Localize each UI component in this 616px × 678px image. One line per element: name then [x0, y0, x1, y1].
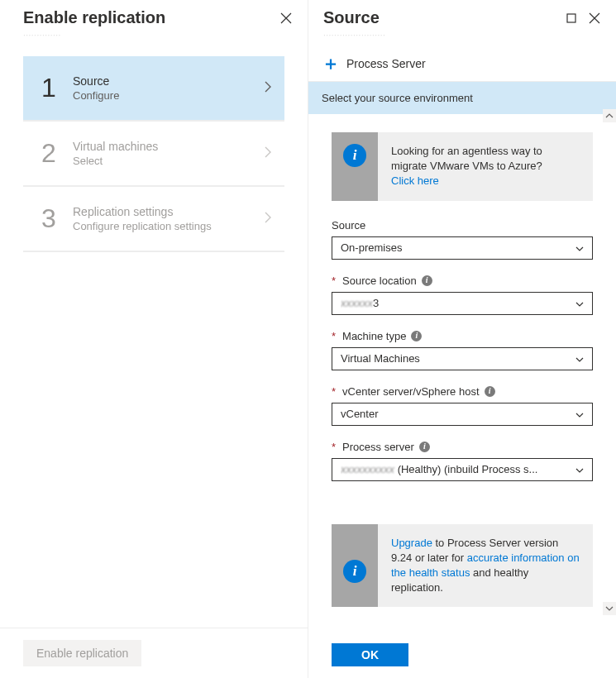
chevron-right-icon — [265, 81, 271, 95]
required-marker: * — [332, 385, 336, 398]
field-vcenter: *vCenter server/vSphere hosti vCenter — [332, 385, 593, 426]
step-replication-settings[interactable]: 3 Replication settings Configure replica… — [23, 187, 284, 252]
source-value: On-premises — [341, 241, 402, 254]
chevron-right-icon — [265, 212, 271, 226]
machine-type-select[interactable]: Virtual Machines — [332, 347, 593, 370]
vcenter-value: vCenter — [341, 408, 379, 420]
close-icon[interactable] — [279, 12, 293, 25]
info-text: Looking for an agentless way to migrate … — [391, 145, 542, 172]
required-marker: * — [332, 330, 336, 342]
left-panel-header: Enable replication — [0, 0, 308, 31]
required-marker: * — [332, 275, 336, 287]
enable-replication-panel: Enable replication ·············· 1 Sour… — [0, 0, 308, 678]
info-icon[interactable]: i — [422, 275, 432, 286]
source-select[interactable]: On-premises — [332, 236, 593, 260]
step-subtitle: Configure — [73, 89, 265, 102]
step-virtual-machines[interactable]: 2 Virtual machines Select — [23, 122, 284, 187]
step-source[interactable]: 1 Source Configure — [23, 56, 284, 122]
field-process-server: *Process serveri xxxxxxxxxx (Healthy) (i… — [332, 441, 593, 481]
left-footer: Enable replication — [0, 628, 308, 678]
wizard-steps: 1 Source Configure 2 Virtual machines Se… — [0, 48, 308, 252]
step-title: Source — [73, 74, 265, 88]
source-panel: Source ······················· ＋ Process… — [308, 0, 616, 678]
info-icon[interactable]: i — [411, 331, 422, 341]
step-number: 3 — [31, 203, 66, 234]
svg-rect-0 — [567, 14, 575, 22]
process-server-value-redacted: xxxxxxxxxx — [341, 463, 394, 475]
right-subheader-redacted: ······················· — [308, 31, 616, 48]
right-panel-title: Source — [323, 8, 380, 27]
source-form-area: i Looking for an agentless way to migrat… — [308, 114, 616, 631]
chevron-right-icon — [265, 146, 271, 160]
right-footer: OK — [308, 631, 616, 678]
vcenter-select[interactable]: vCenter — [332, 403, 593, 426]
field-source-location: *Source locationi xxxxxx········33 — [332, 275, 593, 315]
field-machine-type: *Machine typei Virtual Machines — [332, 330, 593, 370]
info-upgrade-process-server: i Upgrade to Process Server version 9.24… — [332, 524, 593, 608]
label-process-server: Process server — [342, 441, 414, 453]
info-icon[interactable]: i — [419, 442, 430, 452]
source-location-select[interactable]: xxxxxx········33 — [332, 292, 593, 315]
info-icon[interactable]: i — [485, 386, 495, 397]
machine-type-value: Virtual Machines — [341, 352, 420, 365]
maximize-icon[interactable] — [565, 12, 578, 25]
chevron-down-icon — [575, 243, 584, 253]
chevron-down-icon — [575, 409, 584, 419]
command-bar: ＋ Process Server — [308, 48, 616, 82]
step-title: Replication settings — [73, 205, 265, 218]
scroll-down-icon[interactable] — [603, 602, 616, 615]
select-source-banner: Select your source environment — [308, 82, 616, 114]
plus-icon[interactable]: ＋ — [322, 55, 340, 73]
left-subheader-redacted: ·············· — [0, 31, 308, 48]
chevron-down-icon — [575, 354, 584, 364]
upgrade-link[interactable]: Upgrade — [391, 537, 432, 549]
step-subtitle: Select — [73, 155, 265, 167]
chevron-down-icon — [575, 465, 584, 475]
enable-replication-button: Enable replication — [23, 640, 141, 666]
chevron-down-icon — [575, 298, 584, 308]
ok-button[interactable]: OK — [332, 643, 408, 666]
required-marker: * — [332, 441, 336, 453]
label-source-location: Source location — [342, 275, 417, 287]
step-subtitle: Configure replication settings — [73, 220, 265, 232]
info-agentless-migration: i Looking for an agentless way to migrat… — [332, 132, 593, 201]
info-icon: i — [343, 144, 366, 167]
info-icon: i — [343, 560, 366, 583]
process-server-value-suffix: (Healthy) (inbuild Process s... — [398, 463, 538, 475]
process-server-select[interactable]: xxxxxxxxxx (Healthy) (inbuild Process s.… — [332, 458, 593, 481]
click-here-link[interactable]: Click here — [391, 174, 439, 187]
source-location-value-redacted: xxxxxx — [341, 297, 373, 309]
field-source: Source On-premises — [332, 219, 593, 260]
process-server-command[interactable]: Process Server — [346, 57, 426, 70]
label-vcenter: vCenter server/vSphere host — [342, 385, 479, 398]
step-title: Virtual machines — [73, 140, 265, 153]
label-source: Source — [332, 219, 365, 232]
step-number: 2 — [31, 138, 66, 169]
close-icon[interactable] — [588, 12, 601, 25]
step-number: 1 — [31, 73, 66, 103]
left-panel-title: Enable replication — [23, 8, 165, 27]
right-panel-header: Source — [308, 0, 616, 31]
label-machine-type: Machine type — [342, 330, 406, 342]
